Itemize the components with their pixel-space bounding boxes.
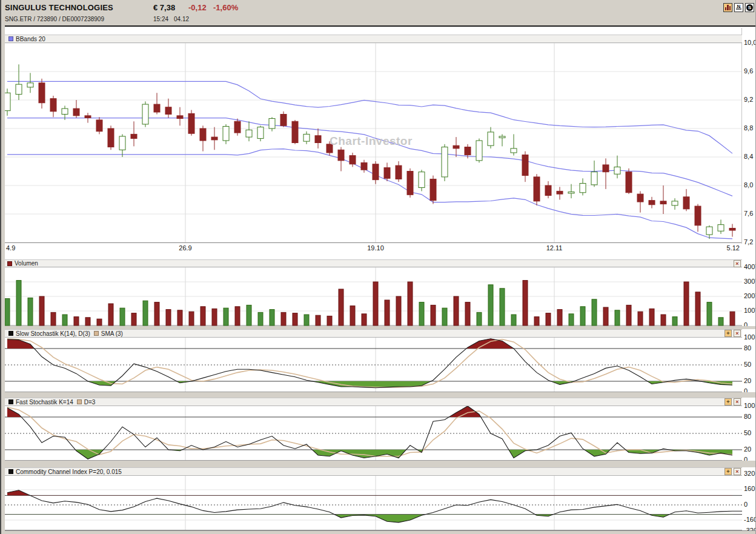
y-tick-label: -160 — [744, 516, 756, 523]
y-tick-label: 100T — [744, 307, 756, 314]
chart-icon-bar — [729, 6, 731, 10]
y-tick-label: 7,6 — [744, 210, 753, 217]
last-price: € 7,38 — [153, 3, 175, 12]
x-tick-label: 4.9 — [6, 244, 15, 252]
panel-gap — [0, 326, 756, 329]
quote-date: 04.12 — [174, 16, 189, 22]
bbands-legend-swatch — [8, 36, 13, 41]
cci-canvas[interactable] — [5, 467, 742, 530]
svg-slow-series-K — [7, 339, 732, 388]
volume-panel: Volumen × — [5, 259, 742, 326]
slow-sma-legend-label: SMA (3) — [101, 330, 123, 337]
chart-view-icon[interactable] — [723, 3, 732, 12]
chart-investor-window: SINGULUS TECHNOLOGIES SNG.ETR / 723890 /… — [0, 0, 756, 534]
news-icon[interactable]: N — [734, 3, 743, 12]
fast-d-legend-label: D=3 — [84, 399, 96, 406]
change-percent: -1,60% — [213, 3, 238, 12]
cci-legend: Commodity Channel Index P=20, 0.015 — [5, 467, 742, 476]
volume-panel-legend: Volumen — [5, 259, 742, 267]
fast-k-legend-label: Fast Stochastik K=14 — [16, 399, 73, 406]
volume-chart-canvas[interactable] — [5, 259, 742, 326]
svg-fast-series-D — [7, 407, 732, 456]
close-fast-stochastic-button[interactable]: × — [734, 398, 741, 406]
cci-legend-swatch — [8, 469, 13, 474]
y-tick-label: 8,0 — [744, 182, 753, 189]
x-tick-label: 26.9 — [179, 244, 191, 252]
quote-time: 15:24 — [153, 16, 168, 22]
stock-info-icon[interactable]: S — [745, 3, 754, 12]
slow-k-legend-label: Slow Stochastik K(14), D(3) — [16, 330, 90, 337]
news-icon-line — [736, 8, 741, 8]
y-tick-label: 0 — [744, 501, 748, 508]
instrument-title: SINGULUS TECHNOLOGIES — [5, 3, 113, 12]
overbought-fill — [7, 339, 732, 388]
y-tick-label: 50 — [744, 430, 751, 436]
cci-legend-label: Commodity Channel Index P=20, 0.015 — [16, 469, 122, 475]
panel-gap — [0, 461, 756, 467]
fast-stochastic-panel: Fast Stochastik K=14 D=3 + × — [5, 398, 742, 461]
y-tick-label: 300T — [744, 278, 756, 285]
y-tick-label: 200T — [744, 293, 756, 299]
oversold-fill — [7, 490, 742, 522]
oversold-fill — [7, 339, 732, 388]
y-tick-label: 320 — [744, 470, 755, 477]
slow-sma-legend-swatch — [94, 331, 99, 336]
svg-cci-grid — [5, 476, 742, 530]
close-cci-button[interactable]: × — [734, 468, 741, 475]
y-tick-label: 80 — [744, 345, 751, 352]
y-tick-label: 20 — [744, 378, 751, 384]
price-panel-legend: BBands 20 — [5, 35, 742, 43]
y-tick-label: 400T — [744, 264, 756, 270]
bbands-legend-label: BBands 20 — [16, 36, 45, 42]
stock-icon-glyph: S — [746, 4, 753, 11]
fast-k-legend-swatch — [8, 399, 13, 404]
slow-stochastic-legend: Slow Stochastik K(14), D(3) SMA (3) — [5, 329, 742, 338]
y-tick-label: 9,6 — [744, 68, 753, 75]
y-tick-label: 80 — [744, 413, 751, 420]
window-left-edge — [0, 0, 5, 534]
slow-stochastic-panel: Slow Stochastik K(14), D(3) SMA (3) + × — [5, 329, 742, 392]
volume-bars-layer — [5, 281, 735, 325]
oversold-fill — [7, 406, 732, 459]
close-slow-stochastic-button[interactable]: × — [734, 330, 741, 337]
slow-stochastic-settings-button[interactable]: + — [724, 330, 732, 337]
svg-slow-series-SMA — [7, 339, 732, 387]
cci-settings-button[interactable]: + — [724, 468, 732, 475]
slow-k-legend-swatch — [8, 331, 13, 336]
y-tick-label: 7,2 — [744, 239, 753, 245]
window-bottom-edge — [0, 530, 756, 534]
fast-d-legend-swatch — [77, 399, 82, 404]
panel-gap — [0, 392, 756, 398]
close-volume-panel-button[interactable]: × — [734, 260, 741, 267]
slow-stochastic-canvas[interactable] — [5, 329, 742, 392]
news-icon-line — [736, 9, 741, 10]
change-absolute: -0,12 — [188, 3, 207, 12]
x-tick-label: 19.10 — [367, 244, 384, 252]
y-tick-label: 8,8 — [744, 125, 753, 132]
instrument-identifiers: SNG.ETR / 723890 / DE0007238909 — [5, 16, 104, 22]
volume-legend-label: Volumen — [15, 260, 38, 267]
x-tick-label: 5.12 — [727, 244, 740, 252]
bollinger-bands-layer — [7, 81, 732, 239]
fast-stochastic-canvas[interactable] — [5, 398, 742, 461]
y-tick-label: 10,0 — [744, 39, 756, 46]
chart-icon-bar — [727, 5, 728, 10]
candles-layer — [5, 64, 735, 239]
chart-icon-bar — [725, 7, 726, 10]
chart-investor-watermark: Chart-Investor — [330, 135, 413, 148]
header-bar: SINGULUS TECHNOLOGIES SNG.ETR / 723890 /… — [0, 0, 756, 27]
x-tick-label: 12.11 — [546, 244, 563, 252]
y-tick-label: 160 — [744, 486, 755, 492]
y-tick-label: 9,2 — [744, 96, 753, 103]
overbought-fill — [7, 490, 742, 522]
svg-cci-series-CCI — [7, 490, 742, 522]
cci-panel: Commodity Channel Index P=20, 0.015 + × — [5, 467, 742, 530]
volume-legend-swatch — [7, 261, 12, 266]
fast-stochastic-settings-button[interactable]: + — [724, 398, 732, 406]
y-tick-label: 8,4 — [744, 153, 753, 160]
y-tick-label: 20 — [744, 446, 751, 453]
fast-stochastic-legend: Fast Stochastik K=14 D=3 — [5, 398, 742, 406]
y-tick-label: 100 — [744, 402, 755, 409]
y-tick-label: 100 — [744, 334, 755, 341]
news-icon-glyph: N — [737, 5, 741, 7]
